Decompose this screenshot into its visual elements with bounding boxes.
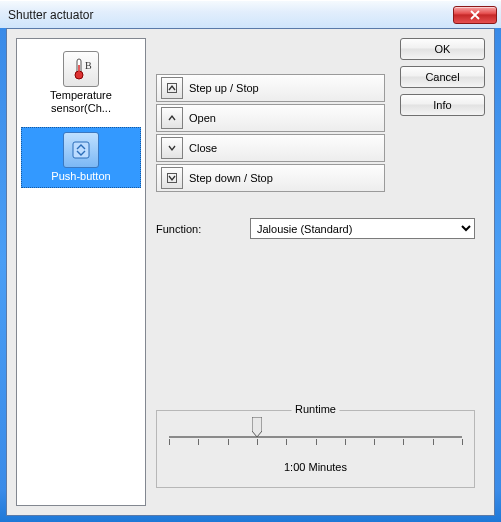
- dialog-buttons: OK Cancel Info: [400, 38, 485, 116]
- svg-text:B: B: [85, 60, 92, 71]
- svg-rect-5: [168, 84, 177, 93]
- sidebar-item-push-button[interactable]: Push-button: [21, 127, 141, 188]
- content-area: B Temperature sensor(Ch... Push-button: [16, 38, 485, 506]
- function-select[interactable]: Jalousie (Standard): [250, 218, 475, 239]
- titlebar: Shutter actuator: [0, 0, 501, 28]
- close-button[interactable]: [453, 6, 497, 24]
- runtime-legend: Runtime: [291, 403, 340, 415]
- ok-button[interactable]: OK: [400, 38, 485, 60]
- sidebar-item-temperature-sensor[interactable]: B Temperature sensor(Ch...: [21, 47, 141, 119]
- cancel-button[interactable]: Cancel: [400, 66, 485, 88]
- slider-thumb[interactable]: [252, 417, 262, 437]
- push-button-icon: [63, 132, 99, 168]
- window-frame: B Temperature sensor(Ch... Push-button: [6, 28, 495, 516]
- device-list: B Temperature sensor(Ch... Push-button: [16, 38, 146, 506]
- main-panel: OK Cancel Info Step up / Stop Open: [156, 38, 485, 506]
- action-list: Step up / Stop Open Close: [156, 74, 385, 194]
- svg-rect-2: [78, 65, 80, 75]
- slider-track: [169, 436, 462, 438]
- chevron-up-icon: [161, 107, 183, 129]
- runtime-value: 1:00 Minutes: [169, 461, 462, 473]
- function-row: Function: Jalousie (Standard): [156, 218, 475, 239]
- runtime-group: Runtime 1:00 Minutes: [156, 410, 475, 488]
- runtime-slider[interactable]: [169, 425, 462, 449]
- chevron-down-icon: [161, 137, 183, 159]
- chevron-down-boxed-icon: [161, 167, 183, 189]
- window-title: Shutter actuator: [8, 8, 453, 22]
- sidebar-item-label: Push-button: [22, 170, 140, 183]
- action-open[interactable]: Open: [156, 104, 385, 132]
- thermometer-icon: B: [63, 51, 99, 87]
- action-label: Step down / Stop: [187, 172, 384, 184]
- action-label: Step up / Stop: [187, 82, 384, 94]
- close-icon: [470, 10, 480, 20]
- sidebar-item-label: Temperature sensor(Ch...: [21, 89, 141, 115]
- svg-rect-6: [168, 174, 177, 183]
- function-label: Function:: [156, 223, 236, 235]
- action-label: Open: [187, 112, 384, 124]
- action-step-up-stop[interactable]: Step up / Stop: [156, 74, 385, 102]
- action-close[interactable]: Close: [156, 134, 385, 162]
- info-button[interactable]: Info: [400, 94, 485, 116]
- chevron-up-boxed-icon: [161, 77, 183, 99]
- action-label: Close: [187, 142, 384, 154]
- action-step-down-stop[interactable]: Step down / Stop: [156, 164, 385, 192]
